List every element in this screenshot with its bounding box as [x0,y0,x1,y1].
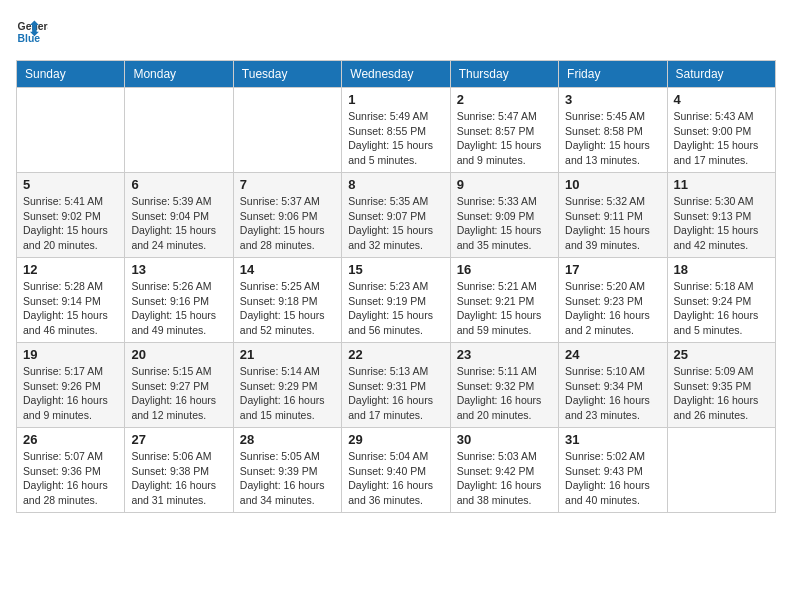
calendar-cell: 26Sunrise: 5:07 AM Sunset: 9:36 PM Dayli… [17,428,125,513]
day-info: Sunrise: 5:39 AM Sunset: 9:04 PM Dayligh… [131,194,226,253]
day-info: Sunrise: 5:33 AM Sunset: 9:09 PM Dayligh… [457,194,552,253]
calendar-cell [125,88,233,173]
day-number: 2 [457,92,552,107]
day-info: Sunrise: 5:25 AM Sunset: 9:18 PM Dayligh… [240,279,335,338]
day-number: 19 [23,347,118,362]
day-number: 20 [131,347,226,362]
calendar-cell: 19Sunrise: 5:17 AM Sunset: 9:26 PM Dayli… [17,343,125,428]
calendar-cell: 11Sunrise: 5:30 AM Sunset: 9:13 PM Dayli… [667,173,775,258]
calendar-cell: 30Sunrise: 5:03 AM Sunset: 9:42 PM Dayli… [450,428,558,513]
day-number: 24 [565,347,660,362]
day-info: Sunrise: 5:07 AM Sunset: 9:36 PM Dayligh… [23,449,118,508]
calendar-cell [233,88,341,173]
calendar-cell: 14Sunrise: 5:25 AM Sunset: 9:18 PM Dayli… [233,258,341,343]
calendar-cell: 9Sunrise: 5:33 AM Sunset: 9:09 PM Daylig… [450,173,558,258]
day-number: 26 [23,432,118,447]
day-info: Sunrise: 5:32 AM Sunset: 9:11 PM Dayligh… [565,194,660,253]
day-number: 6 [131,177,226,192]
calendar-week-2: 5Sunrise: 5:41 AM Sunset: 9:02 PM Daylig… [17,173,776,258]
day-info: Sunrise: 5:21 AM Sunset: 9:21 PM Dayligh… [457,279,552,338]
day-info: Sunrise: 5:15 AM Sunset: 9:27 PM Dayligh… [131,364,226,423]
logo-icon: General Blue [16,16,48,48]
day-info: Sunrise: 5:02 AM Sunset: 9:43 PM Dayligh… [565,449,660,508]
calendar-week-4: 19Sunrise: 5:17 AM Sunset: 9:26 PM Dayli… [17,343,776,428]
calendar-cell: 12Sunrise: 5:28 AM Sunset: 9:14 PM Dayli… [17,258,125,343]
calendar-cell: 27Sunrise: 5:06 AM Sunset: 9:38 PM Dayli… [125,428,233,513]
calendar-cell: 23Sunrise: 5:11 AM Sunset: 9:32 PM Dayli… [450,343,558,428]
day-number: 1 [348,92,443,107]
calendar-cell: 31Sunrise: 5:02 AM Sunset: 9:43 PM Dayli… [559,428,667,513]
day-number: 28 [240,432,335,447]
day-info: Sunrise: 5:26 AM Sunset: 9:16 PM Dayligh… [131,279,226,338]
day-number: 11 [674,177,769,192]
calendar-cell: 13Sunrise: 5:26 AM Sunset: 9:16 PM Dayli… [125,258,233,343]
day-info: Sunrise: 5:13 AM Sunset: 9:31 PM Dayligh… [348,364,443,423]
day-info: Sunrise: 5:10 AM Sunset: 9:34 PM Dayligh… [565,364,660,423]
calendar-cell: 25Sunrise: 5:09 AM Sunset: 9:35 PM Dayli… [667,343,775,428]
weekday-header-row: SundayMondayTuesdayWednesdayThursdayFrid… [17,61,776,88]
weekday-header-sunday: Sunday [17,61,125,88]
svg-text:Blue: Blue [18,33,41,44]
calendar-week-1: 1Sunrise: 5:49 AM Sunset: 8:55 PM Daylig… [17,88,776,173]
day-info: Sunrise: 5:06 AM Sunset: 9:38 PM Dayligh… [131,449,226,508]
calendar-cell: 24Sunrise: 5:10 AM Sunset: 9:34 PM Dayli… [559,343,667,428]
weekday-header-monday: Monday [125,61,233,88]
weekday-header-saturday: Saturday [667,61,775,88]
calendar-cell [667,428,775,513]
day-number: 15 [348,262,443,277]
day-info: Sunrise: 5:14 AM Sunset: 9:29 PM Dayligh… [240,364,335,423]
calendar-cell: 8Sunrise: 5:35 AM Sunset: 9:07 PM Daylig… [342,173,450,258]
day-number: 13 [131,262,226,277]
day-info: Sunrise: 5:11 AM Sunset: 9:32 PM Dayligh… [457,364,552,423]
calendar-cell: 5Sunrise: 5:41 AM Sunset: 9:02 PM Daylig… [17,173,125,258]
day-info: Sunrise: 5:17 AM Sunset: 9:26 PM Dayligh… [23,364,118,423]
calendar-cell: 18Sunrise: 5:18 AM Sunset: 9:24 PM Dayli… [667,258,775,343]
day-number: 21 [240,347,335,362]
calendar-cell [17,88,125,173]
day-number: 14 [240,262,335,277]
day-number: 4 [674,92,769,107]
day-info: Sunrise: 5:23 AM Sunset: 9:19 PM Dayligh… [348,279,443,338]
day-number: 8 [348,177,443,192]
day-number: 18 [674,262,769,277]
day-info: Sunrise: 5:20 AM Sunset: 9:23 PM Dayligh… [565,279,660,338]
day-info: Sunrise: 5:47 AM Sunset: 8:57 PM Dayligh… [457,109,552,168]
day-number: 17 [565,262,660,277]
day-info: Sunrise: 5:28 AM Sunset: 9:14 PM Dayligh… [23,279,118,338]
weekday-header-wednesday: Wednesday [342,61,450,88]
day-number: 12 [23,262,118,277]
day-info: Sunrise: 5:30 AM Sunset: 9:13 PM Dayligh… [674,194,769,253]
calendar-cell: 16Sunrise: 5:21 AM Sunset: 9:21 PM Dayli… [450,258,558,343]
calendar-cell: 29Sunrise: 5:04 AM Sunset: 9:40 PM Dayli… [342,428,450,513]
weekday-header-friday: Friday [559,61,667,88]
calendar-cell: 1Sunrise: 5:49 AM Sunset: 8:55 PM Daylig… [342,88,450,173]
day-number: 7 [240,177,335,192]
calendar-cell: 6Sunrise: 5:39 AM Sunset: 9:04 PM Daylig… [125,173,233,258]
day-info: Sunrise: 5:37 AM Sunset: 9:06 PM Dayligh… [240,194,335,253]
day-number: 9 [457,177,552,192]
day-number: 16 [457,262,552,277]
day-number: 29 [348,432,443,447]
day-info: Sunrise: 5:04 AM Sunset: 9:40 PM Dayligh… [348,449,443,508]
day-number: 10 [565,177,660,192]
day-number: 3 [565,92,660,107]
day-info: Sunrise: 5:03 AM Sunset: 9:42 PM Dayligh… [457,449,552,508]
calendar-cell: 7Sunrise: 5:37 AM Sunset: 9:06 PM Daylig… [233,173,341,258]
calendar-cell: 22Sunrise: 5:13 AM Sunset: 9:31 PM Dayli… [342,343,450,428]
calendar-cell: 20Sunrise: 5:15 AM Sunset: 9:27 PM Dayli… [125,343,233,428]
calendar-cell: 17Sunrise: 5:20 AM Sunset: 9:23 PM Dayli… [559,258,667,343]
day-info: Sunrise: 5:05 AM Sunset: 9:39 PM Dayligh… [240,449,335,508]
calendar-cell: 3Sunrise: 5:45 AM Sunset: 8:58 PM Daylig… [559,88,667,173]
calendar-cell: 10Sunrise: 5:32 AM Sunset: 9:11 PM Dayli… [559,173,667,258]
day-number: 25 [674,347,769,362]
day-info: Sunrise: 5:41 AM Sunset: 9:02 PM Dayligh… [23,194,118,253]
calendar-cell: 28Sunrise: 5:05 AM Sunset: 9:39 PM Dayli… [233,428,341,513]
day-number: 23 [457,347,552,362]
day-info: Sunrise: 5:09 AM Sunset: 9:35 PM Dayligh… [674,364,769,423]
day-info: Sunrise: 5:43 AM Sunset: 9:00 PM Dayligh… [674,109,769,168]
day-info: Sunrise: 5:18 AM Sunset: 9:24 PM Dayligh… [674,279,769,338]
day-info: Sunrise: 5:35 AM Sunset: 9:07 PM Dayligh… [348,194,443,253]
weekday-header-thursday: Thursday [450,61,558,88]
day-number: 22 [348,347,443,362]
day-number: 30 [457,432,552,447]
